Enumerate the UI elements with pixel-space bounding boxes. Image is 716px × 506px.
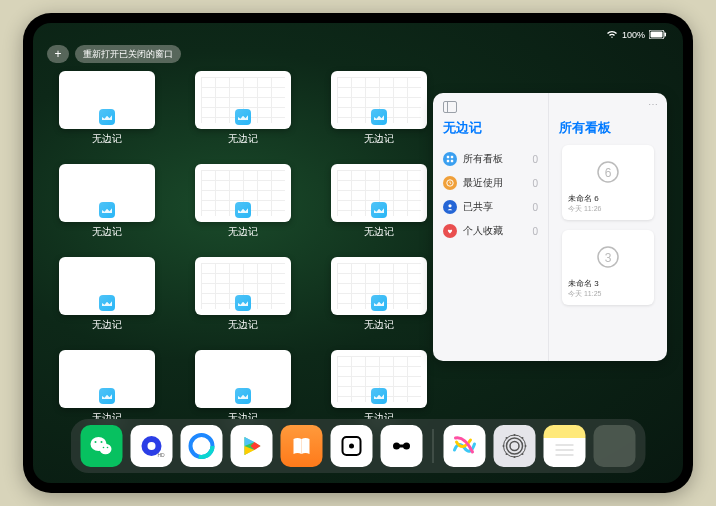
app-label: 无边记 [228,132,258,146]
freeform-app-icon [99,202,115,218]
svg-text:HD: HD [158,452,166,458]
battery-icon [649,30,667,41]
books-icon[interactable] [281,425,323,467]
grid-icon [443,152,457,166]
top-controls: + 重新打开已关闭的窗口 [47,45,181,63]
window-thumbnail [195,164,291,222]
freeform-app-icon [371,295,387,311]
freeform-app-icon [235,388,251,404]
svg-point-30 [507,438,523,454]
svg-point-39 [522,453,524,455]
app-window[interactable]: 无边记 [325,71,433,146]
svg-rect-28 [397,445,407,448]
dock-separator [433,429,434,463]
svg-point-36 [506,437,508,439]
panel-sidebar: 无边记 所有看板0最近使用0已共享0个人收藏0 [433,93,549,361]
app-window[interactable]: 无边记 [53,350,161,425]
svg-point-14 [100,444,112,454]
status-right: 100% [606,27,667,43]
panel-right-title: 所有看板 [559,119,657,137]
freeform-icon[interactable] [444,425,486,467]
app-window[interactable]: 无边记 [189,350,297,425]
play-icon[interactable] [231,425,273,467]
panel-content: 所有看板 6未命名 6今天 11:263未命名 3今天 11:25 [549,93,667,361]
board-card[interactable]: 6未命名 6今天 11:26 [562,145,654,220]
wechat-icon[interactable] [81,425,123,467]
svg-point-17 [103,447,105,449]
category-item[interactable]: 已共享0 [443,195,538,219]
svg-rect-1 [651,31,663,37]
freeform-app-icon [99,295,115,311]
category-count: 0 [532,154,538,165]
svg-text:3: 3 [605,251,612,265]
category-count: 0 [532,178,538,189]
svg-point-18 [107,447,109,449]
reopen-closed-button[interactable]: 重新打开已关闭的窗口 [75,45,181,63]
svg-point-33 [514,456,516,458]
freeform-app-icon [99,109,115,125]
category-item[interactable]: 所有看板0 [443,147,538,171]
app-window[interactable]: 无边记 [325,164,433,239]
window-thumbnail [331,257,427,315]
quark-icon[interactable]: HD [131,425,173,467]
freeform-panel[interactable]: ⋯ 无边记 所有看板0最近使用0已共享0个人收藏0 所有看板 6未命名 6今天 … [433,93,667,361]
app-window[interactable]: 无边记 [53,71,161,146]
app-window[interactable]: 无边记 [325,257,433,332]
svg-point-8 [448,204,451,207]
category-label: 所有看板 [463,152,503,166]
board-meta: 今天 11:26 [568,204,648,214]
app-label: 无边记 [92,132,122,146]
settings-icon[interactable] [494,425,536,467]
app-window[interactable]: 无边记 [53,257,161,332]
board-preview: 6 [568,151,648,193]
connect-icon[interactable] [381,425,423,467]
app-label: 无边记 [364,225,394,239]
freeform-app-icon [235,295,251,311]
board-card[interactable]: 3未命名 3今天 11:25 [562,230,654,305]
category-label: 已共享 [463,200,493,214]
window-thumbnail [195,257,291,315]
board-meta: 今天 11:25 [568,289,648,299]
freeform-app-icon [371,202,387,218]
app-window[interactable]: 无边记 [189,71,297,146]
svg-point-20 [148,442,156,450]
app-window[interactable]: 无边记 [325,350,433,425]
status-bar: 100% [33,27,683,43]
svg-point-15 [95,441,97,443]
board-name: 未命名 3 [568,278,648,289]
app-library-icon[interactable] [594,425,636,467]
app-label: 无边记 [228,318,258,332]
svg-point-16 [101,441,103,443]
freeform-app-icon [99,388,115,404]
panel-menu-icon[interactable]: ⋯ [648,99,659,110]
qqbrowser-icon[interactable] [181,425,223,467]
category-item[interactable]: 个人收藏0 [443,219,538,243]
app-window[interactable]: 无边记 [53,164,161,239]
sidebar-toggle-icon[interactable] [443,101,457,113]
category-item[interactable]: 最近使用0 [443,171,538,195]
app-window[interactable]: 无边记 [189,164,297,239]
notes-icon[interactable] [544,425,586,467]
svg-point-25 [349,444,354,449]
svg-point-34 [503,445,505,447]
window-thumbnail [59,164,155,222]
window-thumbnail [195,71,291,129]
svg-point-38 [506,453,508,455]
svg-point-35 [525,445,527,447]
new-window-button[interactable]: + [47,45,69,63]
heart-icon [443,224,457,238]
svg-rect-5 [447,160,449,162]
reopen-label: 重新打开已关闭的窗口 [83,48,173,61]
svg-point-32 [514,434,516,436]
plus-icon: + [54,47,61,61]
screen: 100% + 重新打开已关闭的窗口 无边记无边记无边记无边记无边记无边记无边记无… [33,23,683,483]
window-thumbnail [195,350,291,408]
board-preview: 3 [568,236,648,278]
dice-icon[interactable] [331,425,373,467]
svg-point-31 [510,442,519,451]
svg-rect-6 [451,160,453,162]
app-window[interactable]: 无边记 [189,257,297,332]
clock-icon [443,176,457,190]
window-thumbnail [331,71,427,129]
wifi-icon [606,30,618,41]
